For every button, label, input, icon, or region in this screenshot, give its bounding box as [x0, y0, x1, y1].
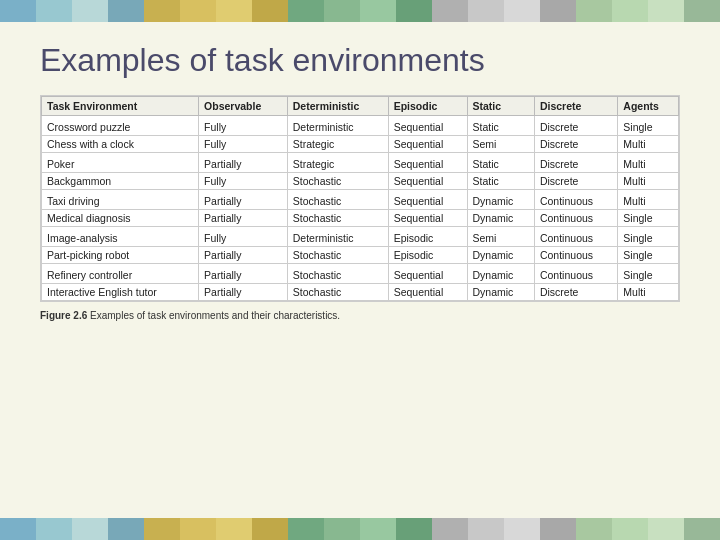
figure-caption-text: Examples of task environments and their … [90, 310, 340, 321]
cell-value: Dynamic [467, 264, 534, 284]
cell-value: Episodic [388, 247, 467, 264]
figure-label: Figure 2.6 [40, 310, 87, 321]
cell-value: Deterministic [287, 116, 388, 136]
cell-value: Multi [618, 284, 679, 301]
cell-value: Continuous [534, 227, 617, 247]
cell-value: Sequential [388, 173, 467, 190]
cell-value: Partially [199, 210, 288, 227]
cell-value: Semi [467, 136, 534, 153]
cell-value: Fully [199, 227, 288, 247]
cell-value: Multi [618, 153, 679, 173]
cell-value: Continuous [534, 264, 617, 284]
cell-value: Discrete [534, 136, 617, 153]
cell-value: Single [618, 264, 679, 284]
cell-value: Stochastic [287, 264, 388, 284]
table-container: Task EnvironmentObservableDeterministicE… [40, 95, 680, 302]
figure-caption: Figure 2.6 Examples of task environments… [40, 310, 680, 321]
cell-value: Single [618, 227, 679, 247]
table-header-row: Task EnvironmentObservableDeterministicE… [42, 97, 679, 116]
cell-value: Stochastic [287, 247, 388, 264]
cell-value: Stochastic [287, 173, 388, 190]
cell-value: Multi [618, 136, 679, 153]
environment-name: Medical diagnosis [42, 210, 199, 227]
cell-value: Episodic [388, 227, 467, 247]
environment-name: Poker [42, 153, 199, 173]
cell-value: Static [467, 173, 534, 190]
cell-value: Sequential [388, 190, 467, 210]
cell-value: Single [618, 116, 679, 136]
environment-name: Backgammon [42, 173, 199, 190]
environment-name: Chess with a clock [42, 136, 199, 153]
environment-name: Taxi driving [42, 190, 199, 210]
cell-value: Continuous [534, 247, 617, 264]
column-header: Task Environment [42, 97, 199, 116]
cell-value: Stochastic [287, 284, 388, 301]
environment-name: Image-analysis [42, 227, 199, 247]
cell-value: Discrete [534, 116, 617, 136]
cell-value: Fully [199, 136, 288, 153]
table-row: Image-analysisFullyDeterministicEpisodic… [42, 227, 679, 247]
cell-value: Static [467, 153, 534, 173]
cell-value: Sequential [388, 284, 467, 301]
environment-name: Part-picking robot [42, 247, 199, 264]
cell-value: Sequential [388, 116, 467, 136]
cell-value: Semi [467, 227, 534, 247]
cell-value: Stochastic [287, 210, 388, 227]
task-environments-table: Task EnvironmentObservableDeterministicE… [41, 96, 679, 301]
cell-value: Dynamic [467, 247, 534, 264]
cell-value: Continuous [534, 210, 617, 227]
cell-value: Discrete [534, 153, 617, 173]
cell-value: Multi [618, 190, 679, 210]
main-content: Examples of task environments Task Envir… [0, 22, 720, 331]
cell-value: Multi [618, 173, 679, 190]
cell-value: Static [467, 116, 534, 136]
cell-value: Continuous [534, 190, 617, 210]
cell-value: Discrete [534, 173, 617, 190]
column-header: Static [467, 97, 534, 116]
cell-value: Discrete [534, 284, 617, 301]
column-header: Deterministic [287, 97, 388, 116]
table-row: Refinery controllerPartiallyStochasticSe… [42, 264, 679, 284]
table-row: Chess with a clockFullyStrategicSequenti… [42, 136, 679, 153]
cell-value: Single [618, 210, 679, 227]
column-header: Observable [199, 97, 288, 116]
column-header: Episodic [388, 97, 467, 116]
bottom-decorative-bar [0, 518, 720, 540]
cell-value: Fully [199, 116, 288, 136]
cell-value: Dynamic [467, 284, 534, 301]
table-row: BackgammonFullyStochasticSequentialStati… [42, 173, 679, 190]
top-decorative-bar [0, 0, 720, 22]
cell-value: Fully [199, 173, 288, 190]
cell-value: Partially [199, 153, 288, 173]
cell-value: Dynamic [467, 190, 534, 210]
table-row: Crossword puzzleFullyDeterministicSequen… [42, 116, 679, 136]
cell-value: Single [618, 247, 679, 264]
page-title: Examples of task environments [40, 42, 680, 79]
table-row: Interactive English tutorPartiallyStocha… [42, 284, 679, 301]
environment-name: Interactive English tutor [42, 284, 199, 301]
table-row: PokerPartiallyStrategicSequentialStaticD… [42, 153, 679, 173]
cell-value: Sequential [388, 264, 467, 284]
cell-value: Strategic [287, 153, 388, 173]
cell-value: Sequential [388, 210, 467, 227]
environment-name: Crossword puzzle [42, 116, 199, 136]
table-row: Taxi drivingPartiallyStochasticSequentia… [42, 190, 679, 210]
cell-value: Dynamic [467, 210, 534, 227]
environment-name: Refinery controller [42, 264, 199, 284]
cell-value: Partially [199, 247, 288, 264]
cell-value: Partially [199, 264, 288, 284]
cell-value: Strategic [287, 136, 388, 153]
column-header: Agents [618, 97, 679, 116]
column-header: Discrete [534, 97, 617, 116]
table-row: Medical diagnosisPartiallyStochasticSequ… [42, 210, 679, 227]
cell-value: Sequential [388, 136, 467, 153]
cell-value: Sequential [388, 153, 467, 173]
cell-value: Partially [199, 190, 288, 210]
cell-value: Stochastic [287, 190, 388, 210]
table-row: Part-picking robotPartiallyStochasticEpi… [42, 247, 679, 264]
cell-value: Deterministic [287, 227, 388, 247]
cell-value: Partially [199, 284, 288, 301]
